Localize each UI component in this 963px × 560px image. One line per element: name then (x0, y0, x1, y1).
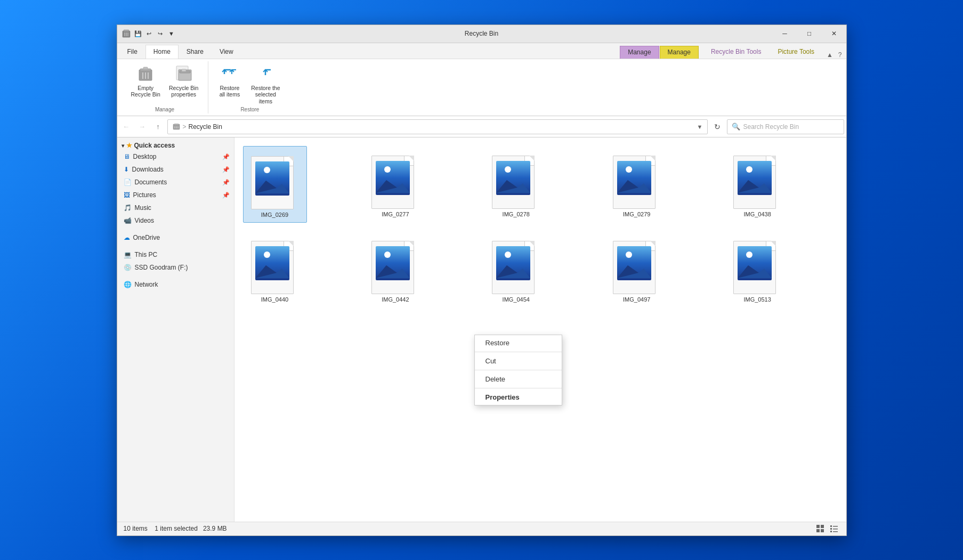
sidebar-item-downloads[interactable]: ⬇ Downloads 📌 (117, 163, 234, 176)
qat-dropdown[interactable]: ▼ (167, 29, 176, 38)
tab-manage-purple[interactable]: Manage (620, 46, 659, 59)
file-icon-img0442 (371, 236, 419, 294)
file-item-img0278[interactable]: IMG_0278 (484, 146, 548, 223)
search-box[interactable]: 🔍 Search Recycle Bin (727, 119, 844, 134)
sidebar-section-quick-access[interactable]: ▾ ★ Quick access (117, 140, 234, 150)
quick-access-label: Quick access (134, 142, 175, 149)
sidebar-item-pictures[interactable]: 🖼 Pictures 📌 (117, 189, 234, 201)
sidebar: ▾ ★ Quick access 🖥 Desktop 📌 ⬇ Downloads… (117, 137, 234, 521)
file-item-img0279[interactable]: IMG_0279 (605, 146, 669, 223)
file-icon-img0440 (251, 236, 299, 294)
thumb-mountain (376, 261, 410, 280)
context-menu-restore[interactable]: Restore (475, 335, 562, 351)
sidebar-item-desktop[interactable]: 🖥 Desktop 📌 (117, 150, 234, 163)
sidebar-item-documents[interactable]: 📄 Documents 📌 (117, 176, 234, 189)
tab-file[interactable]: File (119, 45, 145, 59)
statusbar-size: 23.9 MB (203, 525, 227, 532)
qat-save[interactable]: 💾 (133, 29, 143, 38)
thumb-sun (746, 251, 752, 258)
sidebar-item-music[interactable]: 🎵 Music (117, 201, 234, 214)
file-thumb-img0277 (376, 161, 410, 195)
file-name-img0440: IMG_0440 (261, 296, 288, 303)
sidebar-item-network[interactable]: 🌐 Network (117, 278, 234, 291)
thumb-mountain (496, 261, 530, 280)
help-button[interactable]: ? (838, 51, 842, 59)
statusbar-selected: 1 item selected (155, 525, 198, 532)
file-item-img0440[interactable]: IMG_0440 (243, 231, 307, 307)
context-menu-sep1 (475, 352, 562, 352)
context-menu-cut[interactable]: Cut (475, 353, 562, 369)
ribbon-restore-buttons: Restoreall items Restore theselected ite… (215, 62, 285, 106)
recycle-bin-properties-button[interactable]: Recycle Binproperties (166, 62, 201, 99)
file-item-img0438[interactable]: IMG_0438 (725, 146, 789, 223)
desktop-pin-icon: 📌 (222, 153, 230, 160)
network-icon: 🌐 (124, 281, 132, 288)
ribbon-tab-bar: File Home Share View Manage Manage Recyc… (117, 43, 846, 59)
view-details-button[interactable] (828, 523, 840, 534)
tab-home[interactable]: Home (145, 45, 179, 59)
file-icon-img0497 (613, 236, 661, 294)
ribbon-group-restore: Restoreall items Restore theselected ite… (208, 61, 291, 114)
refresh-button[interactable]: ↻ (710, 119, 725, 134)
up-button[interactable]: ↑ (151, 120, 165, 134)
file-thumb-img0278 (496, 161, 530, 195)
svg-rect-1 (124, 30, 129, 31)
restore-selected-button[interactable]: Restore theselected items (246, 62, 285, 106)
restore-all-label: Restoreall items (220, 85, 240, 98)
sidebar-item-ssd[interactable]: 💿 SSD Goodram (F:) (117, 261, 234, 274)
context-menu-properties[interactable]: Properties (475, 389, 562, 405)
file-item-img0269[interactable]: IMG_0269 (243, 146, 307, 223)
downloads-pin-icon: 📌 (222, 166, 230, 173)
sidebar-item-videos[interactable]: 📹 Videos (117, 214, 234, 227)
thumb-sun (626, 166, 632, 173)
view-large-icons-button[interactable] (814, 523, 826, 534)
tab-share[interactable]: Share (179, 45, 212, 59)
file-icon-img0513 (733, 236, 781, 294)
back-button[interactable]: ← (119, 120, 133, 134)
file-item-img0442[interactable]: IMG_0442 (363, 231, 427, 307)
address-separator: > (183, 123, 187, 131)
qat-redo[interactable]: ↪ (156, 29, 165, 38)
tab-picture-tools[interactable]: Picture Tools (770, 45, 822, 59)
file-name-img0513: IMG_0513 (743, 296, 771, 303)
restore-selected-icon (255, 63, 276, 85)
sidebar-item-this-pc[interactable]: 💻 This PC (117, 248, 234, 261)
file-item-img0277[interactable]: IMG_0277 (363, 146, 427, 223)
sidebar-item-onedrive[interactable]: ☁ OneDrive (117, 231, 234, 244)
tab-manage-yellow[interactable]: Manage (660, 46, 699, 59)
svg-rect-52 (833, 531, 838, 532)
minimize-button[interactable]: ─ (773, 25, 797, 43)
maximize-button[interactable]: □ (797, 25, 822, 43)
ribbon-collapse-button[interactable]: ▲ (827, 51, 833, 59)
file-name-img0269: IMG_0269 (261, 212, 288, 218)
file-icon-img0279 (613, 150, 661, 209)
file-item-img0513[interactable]: IMG_0513 (725, 231, 789, 307)
file-name-img0438: IMG_0438 (743, 211, 771, 217)
tab-view[interactable]: View (212, 45, 241, 59)
tab-recycle-bin-tools[interactable]: Recycle Bin Tools (703, 45, 770, 59)
ribbon-content: EmptyRecycle Bin (117, 59, 846, 117)
forward-button[interactable]: → (135, 120, 149, 134)
context-menu-delete[interactable]: Delete (475, 371, 562, 387)
file-icon-img0454 (492, 236, 540, 294)
address-dropdown-icon[interactable]: ▼ (697, 124, 703, 130)
thumb-sun (264, 167, 270, 173)
restore-all-button[interactable]: Restoreall items (215, 62, 244, 99)
file-thumb-img0442 (376, 246, 410, 280)
close-button[interactable]: ✕ (822, 25, 846, 43)
empty-recycle-bin-label: EmptyRecycle Bin (131, 85, 160, 98)
statusbar-view-controls (814, 523, 840, 534)
qat-undo[interactable]: ↩ (144, 29, 154, 38)
search-icon: 🔍 (732, 123, 740, 131)
file-content-area: IMG_0269 (234, 137, 846, 521)
file-item-img0497[interactable]: IMG_0497 (605, 231, 669, 307)
svg-rect-50 (833, 529, 838, 530)
restore-selected-label: Restore theselected items (249, 85, 281, 105)
file-name-img0279: IMG_0279 (623, 211, 650, 217)
file-item-img0454[interactable]: IMG_0454 (484, 231, 548, 307)
empty-recycle-bin-button[interactable]: EmptyRecycle Bin (128, 62, 164, 99)
ribbon-group-manage: EmptyRecycle Bin (122, 61, 209, 114)
address-box[interactable]: > Recycle Bin ▼ (167, 119, 708, 134)
context-menu-sep3 (475, 388, 562, 388)
thumb-mountain (255, 176, 289, 196)
